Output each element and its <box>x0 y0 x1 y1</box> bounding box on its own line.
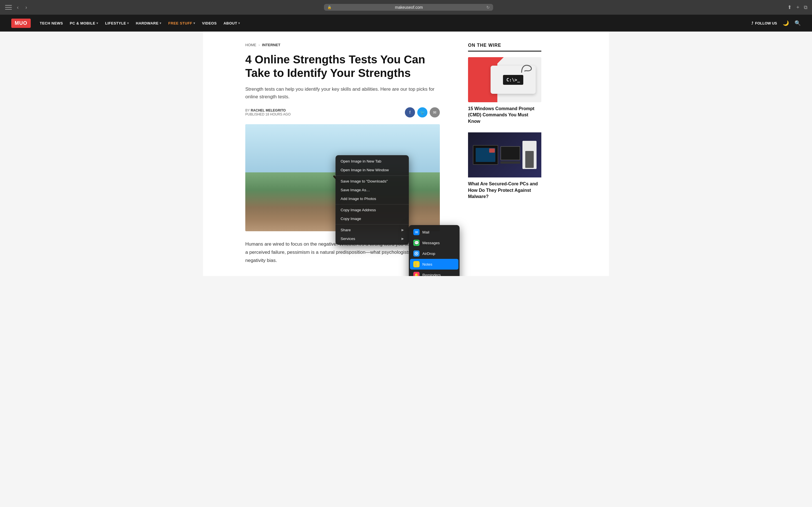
context-menu-popup: Open Image in New Tab Open Image in New … <box>336 155 409 245</box>
author-info: BY RACHEL MELEGRITO PUBLISHED 18 HOURS A… <box>245 108 291 116</box>
nav-about[interactable]: ABOUT <box>223 21 240 25</box>
sidebar-image-1: C:\>_ <box>468 57 541 102</box>
share-notes[interactable]: 📒 Notes <box>410 259 458 270</box>
published-date: PUBLISHED 18 HOURS AGO <box>245 112 291 116</box>
lock-icon: 🔒 <box>327 5 332 9</box>
services-arrow-icon: ▶ <box>402 237 404 240</box>
article-title: 4 Online Strengths Tests You Can Take to… <box>245 53 440 80</box>
share-mail[interactable]: ✉ Mail <box>409 227 460 237</box>
breadcrumb-home[interactable]: HOME <box>245 43 256 47</box>
facebook-share-button[interactable]: f <box>405 107 415 117</box>
browser-controls: ‹ › <box>4 3 29 11</box>
ctx-open-new-window[interactable]: Open Image in New Window <box>336 166 409 174</box>
email-share-button[interactable]: ✉ <box>430 107 440 117</box>
sidebar-article-title-2[interactable]: What Are Secured-Core PCs and How Do The… <box>468 181 541 200</box>
nav-videos[interactable]: VIDEOS <box>202 21 217 25</box>
ctx-save-downloads[interactable]: Save Image to "Downloads" <box>336 177 409 186</box>
context-menu: Open Image in New Tab Open Image in New … <box>336 155 409 245</box>
nav-lifestyle[interactable]: LIFESTYLE <box>105 21 129 25</box>
social-share-buttons: f 🐦 ✉ <box>405 107 440 117</box>
address-bar-container: 🔒 ↻ <box>324 4 493 11</box>
header-actions: ⤴ FOLLOW US 🌙 🔍 <box>751 20 801 26</box>
notes-icon: 📒 <box>413 261 419 267</box>
airdrop-icon <box>413 250 419 257</box>
breadcrumb-sep: › <box>259 43 260 47</box>
search-button[interactable]: 🔍 <box>795 20 801 26</box>
share-icon: ⤴ <box>751 21 753 25</box>
browser-chrome: ‹ › 🔒 ↻ ⬆ + ⧉ <box>0 0 812 15</box>
ctx-save-as[interactable]: Save Image As… <box>336 186 409 194</box>
dark-mode-toggle[interactable]: 🌙 <box>783 20 789 26</box>
sidebar: ON THE WIRE C:\>_ 15 Windows Command Pro… <box>462 32 550 276</box>
ctx-copy-image-address[interactable]: Copy Image Address <box>336 206 409 214</box>
sidebar-article-2: What Are Secured-Core PCs and How Do The… <box>468 132 541 200</box>
share-reminders[interactable]: 🔔 Reminders <box>409 270 460 276</box>
mail-icon: ✉ <box>413 229 419 235</box>
window-button[interactable]: ⧉ <box>804 4 808 10</box>
breadcrumb-section: INTERNET <box>262 43 280 47</box>
site-logo[interactable]: MUO <box>11 18 31 28</box>
site-header: MUO TECH NEWS PC & MOBILE LIFESTYLE HARD… <box>0 15 812 32</box>
nav-pc-mobile[interactable]: PC & MOBILE <box>70 21 98 25</box>
follow-us-link[interactable]: ⤴ FOLLOW US <box>751 21 777 25</box>
reload-button[interactable]: ↻ <box>486 5 490 10</box>
cmd-arm-icon <box>519 61 533 75</box>
nav-tech-news[interactable]: TECH NEWS <box>40 21 63 25</box>
breadcrumb: HOME › INTERNET <box>245 43 440 47</box>
main-nav: TECH NEWS PC & MOBILE LIFESTYLE HARDWARE… <box>40 20 240 25</box>
sidebar-toggle-button[interactable] <box>4 4 12 10</box>
ctx-services[interactable]: Services ▶ <box>336 234 409 243</box>
article-meta: BY RACHEL MELEGRITO PUBLISHED 18 HOURS A… <box>245 107 440 117</box>
address-bar[interactable] <box>334 5 484 10</box>
article-image-wrap: Open Image in New Tab Open Image in New … <box>245 124 440 231</box>
ctx-share[interactable]: Share ▶ ✉ Mail 💬 Messages <box>336 226 409 234</box>
browser-actions: ⬆ + ⧉ <box>788 4 808 10</box>
share-arrow-icon: ▶ <box>402 228 404 232</box>
new-tab-button[interactable]: + <box>796 4 799 10</box>
ctx-add-photos[interactable]: Add Image to Photos <box>336 194 409 203</box>
article-description: Strength tests can help you identify you… <box>245 86 440 101</box>
back-button[interactable]: ‹ <box>15 3 21 11</box>
sidebar-article-title-1[interactable]: 15 Windows Command Prompt (CMD) Commands… <box>468 106 541 124</box>
messages-icon: 💬 <box>413 240 419 246</box>
share-button[interactable]: ⬆ <box>788 4 792 10</box>
share-messages[interactable]: 💬 Messages <box>409 237 460 248</box>
share-submenu: ✉ Mail 💬 Messages <box>409 225 460 276</box>
sidebar-image-2 <box>468 132 541 177</box>
author-by-label: BY RACHEL MELEGRITO <box>245 108 291 112</box>
follow-us-label: FOLLOW US <box>755 21 777 25</box>
ctx-open-new-tab[interactable]: Open Image in New Tab <box>336 157 409 166</box>
share-airdrop[interactable]: AirDrop <box>409 248 460 259</box>
on-the-wire-title: ON THE WIRE <box>468 43 541 52</box>
nav-free-stuff[interactable]: FREE STUFF <box>168 21 195 25</box>
twitter-share-button[interactable]: 🐦 <box>417 107 427 117</box>
ctx-copy-image[interactable]: Copy Image <box>336 214 409 223</box>
forward-button[interactable]: › <box>23 3 29 11</box>
sidebar-article-1: C:\>_ 15 Windows Command Prompt (CMD) Co… <box>468 57 541 124</box>
article-column: HOME › INTERNET 4 Online Strengths Tests… <box>203 32 462 276</box>
reminders-icon: 🔔 <box>413 272 419 276</box>
page-content: HOME › INTERNET 4 Online Strengths Tests… <box>203 32 609 276</box>
nav-hardware[interactable]: HARDWARE <box>136 21 161 25</box>
